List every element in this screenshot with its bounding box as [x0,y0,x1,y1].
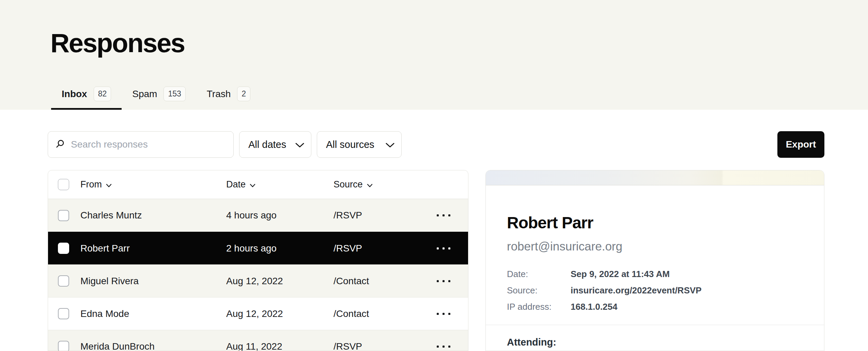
meta-value: 168.1.0.254 [571,302,617,312]
meta-label: IP address: [507,302,571,312]
page-title: Responses [0,0,868,57]
panel-header-strip [486,170,824,185]
ellipsis-icon [448,313,450,315]
tab-count-badge: 82 [94,87,111,101]
tab-spam[interactable]: Spam 153 [122,87,196,110]
row-source: /Contact [334,276,436,287]
detail-email: robert@insuricare.org [507,240,803,253]
panel-body: Robert Parr robert@insuricare.org Date: … [486,214,824,348]
table-row[interactable]: Edna Mode Aug 12, 2022 /Contact [48,297,468,330]
row-from: Charles Muntz [80,210,226,221]
row-checkbox[interactable] [58,275,69,287]
chevron-down-icon [106,179,112,190]
toolbar: All dates All sources Export [48,131,824,158]
row-from: Merida DunBroch [80,341,226,351]
detail-panel: Robert Parr robert@insuricare.org Date: … [485,170,824,351]
date-filter-value: All dates [248,139,286,150]
row-checkbox[interactable] [58,243,69,254]
search-icon [56,139,65,150]
search-box [48,131,234,158]
row-from: Miguel Rivera [80,276,226,287]
chevron-down-icon [367,179,373,190]
source-filter-value: All sources [326,139,374,150]
table-body: Charles Muntz 4 hours ago /RSVP Robert P… [48,199,468,351]
column-header-date[interactable]: Date [226,179,334,190]
tab-bar: Inbox 82 Spam 153 Trash 2 [51,87,261,110]
row-checkbox[interactable] [58,210,69,221]
main-content: All dates All sources Export [0,110,868,351]
tab-inbox[interactable]: Inbox 82 [51,87,122,110]
select-all-checkbox[interactable] [58,179,69,190]
ellipsis-icon [437,214,439,216]
ellipsis-icon [443,280,445,282]
row-actions-button[interactable] [436,214,468,216]
responses-table: From Date Source [48,170,468,351]
tab-count-badge: 153 [164,87,185,101]
tab-count-badge: 2 [237,87,250,101]
table-row[interactable]: Charles Muntz 4 hours ago /RSVP [48,199,468,232]
ellipsis-icon [448,214,450,216]
row-source: /Contact [334,308,436,319]
export-button[interactable]: Export [777,131,824,158]
date-filter-select[interactable]: All dates [239,131,311,158]
row-source: /RSVP [334,210,436,221]
row-checkbox[interactable] [58,308,69,319]
table-header: From Date Source [48,170,468,199]
ellipsis-icon [448,346,450,348]
ellipsis-icon [443,247,445,249]
detail-meta: Date: Sep 9, 2022 at 11:43 AM Source: in… [507,269,803,312]
chevron-down-icon [386,139,394,150]
row-actions-button[interactable] [436,346,468,348]
row-actions-button[interactable] [436,247,468,249]
hero-section: Responses Inbox 82 Spam 153 Trash 2 [0,0,868,110]
meta-row-ip: IP address: 168.1.0.254 [507,302,803,312]
ellipsis-icon [448,280,450,282]
tab-trash[interactable]: Trash 2 [196,87,261,110]
ellipsis-icon [437,280,439,282]
table-row[interactable]: Merida DunBroch Aug 11, 2022 /RSVP [48,330,468,351]
meta-label: Source: [507,285,571,295]
search-input[interactable] [70,139,226,150]
row-actions-button[interactable] [436,280,468,282]
tab-trash-label: Trash [207,89,231,100]
chevron-down-icon [295,139,304,150]
detail-name: Robert Parr [507,214,803,232]
row-from: Robert Parr [80,243,226,254]
ellipsis-icon [443,346,445,348]
table-row-selected[interactable]: Robert Parr 2 hours ago /RSVP [48,232,468,264]
chevron-down-icon [250,179,255,190]
row-date: Aug 12, 2022 [226,276,334,287]
meta-label: Date: [507,269,571,279]
row-date: Aug 12, 2022 [226,308,334,319]
attending-heading: Attending: [507,337,803,348]
row-from: Edna Mode [80,308,226,319]
row-date: 2 hours ago [226,243,334,254]
ellipsis-icon [437,247,439,249]
row-actions-button[interactable] [436,313,468,315]
ellipsis-icon [443,214,445,216]
panel-divider [486,325,824,325]
ellipsis-icon [437,313,439,315]
meta-value: insuricare.org/2022event/RSVP [571,285,701,295]
row-checkbox[interactable] [58,341,69,351]
column-header-source[interactable]: Source [334,179,436,190]
meta-row-date: Date: Sep 9, 2022 at 11:43 AM [507,269,803,279]
source-filter-select[interactable]: All sources [317,131,402,158]
ellipsis-icon [437,346,439,348]
row-source: /RSVP [334,243,436,254]
tab-spam-label: Spam [132,89,157,100]
row-source: /RSVP [334,341,436,351]
ellipsis-icon [448,247,450,249]
table-row[interactable]: Miguel Rivera Aug 12, 2022 /Contact [48,264,468,297]
meta-row-source: Source: insuricare.org/2022event/RSVP [507,285,803,295]
main-split: From Date Source [48,170,824,351]
ellipsis-icon [443,313,445,315]
column-header-from[interactable]: From [80,179,226,190]
row-date: 4 hours ago [226,210,334,221]
row-date: Aug 11, 2022 [226,341,334,351]
tab-inbox-label: Inbox [62,89,87,100]
meta-value: Sep 9, 2022 at 11:43 AM [571,269,670,279]
